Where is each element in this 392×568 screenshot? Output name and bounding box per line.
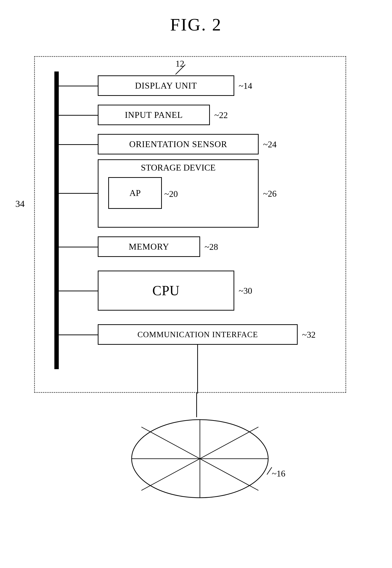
bus-line-display xyxy=(59,86,98,86)
storage-device-outer: STORAGE DEVICE AP ~20 xyxy=(98,159,259,228)
bus-line-comm xyxy=(59,335,98,335)
ref-34-label: 34 xyxy=(15,198,25,209)
main-device-box: 34 DISPLAY UNIT ~14 INPUT PANEL ~22 ORIE… xyxy=(34,56,346,393)
display-unit-box: DISPLAY UNIT xyxy=(98,75,234,96)
comm-interface-box: COMMUNICATION INTERFACE xyxy=(98,324,298,345)
bus-line-memory xyxy=(59,247,98,248)
cpu-box: CPU xyxy=(98,271,234,311)
cpu-label: CPU xyxy=(152,283,180,298)
ref-30-label: ~30 xyxy=(239,286,252,296)
bus-bar xyxy=(54,72,59,369)
input-panel-label: INPUT PANEL xyxy=(125,110,183,120)
ref-22-label: ~22 xyxy=(214,110,228,120)
bus-line-orientation xyxy=(59,144,98,145)
network-ellipse xyxy=(129,417,271,500)
memory-label: MEMORY xyxy=(129,242,169,252)
ref-14-label: ~14 xyxy=(239,81,252,91)
ap-label: AP xyxy=(129,188,141,198)
comm-interface-label: COMMUNICATION INTERFACE xyxy=(138,330,258,339)
ap-box: AP xyxy=(108,177,162,209)
ref-20-label: ~20 xyxy=(164,189,178,199)
ref-32-label: ~32 xyxy=(302,330,315,340)
orientation-sensor-label: ORIENTATION SENSOR xyxy=(129,139,227,149)
bus-line-cpu xyxy=(59,291,98,291)
input-panel-box: INPUT PANEL xyxy=(98,105,210,125)
ref-26-label: ~26 xyxy=(263,189,277,199)
bus-line-input xyxy=(59,115,98,116)
ref-24-label: ~24 xyxy=(263,139,277,150)
ref-28-label: ~28 xyxy=(205,242,218,252)
page: FIG. 2 12 34 DISPLAY UNIT ~14 INPUT PANE… xyxy=(0,0,392,568)
comm-down-line xyxy=(197,345,198,393)
figure-title: FIG. 2 xyxy=(170,15,222,35)
network-connector-line xyxy=(196,393,197,417)
storage-device-label: STORAGE DEVICE xyxy=(141,162,215,173)
svg-line-6 xyxy=(267,467,272,475)
orientation-sensor-box: ORIENTATION SENSOR xyxy=(98,134,259,154)
memory-box: MEMORY xyxy=(98,236,200,257)
display-unit-label: DISPLAY UNIT xyxy=(135,81,197,91)
bus-line-storage xyxy=(59,193,98,194)
ref16-tick xyxy=(265,466,277,476)
